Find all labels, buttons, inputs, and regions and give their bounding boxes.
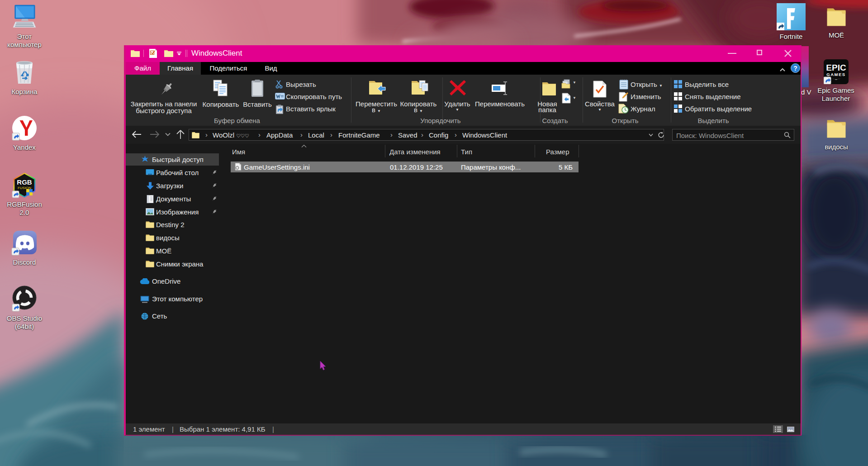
svg-text:RGB: RGB <box>17 178 32 186</box>
svg-text:GAMES: GAMES <box>826 72 845 77</box>
svg-text:EPIC: EPIC <box>826 63 846 72</box>
